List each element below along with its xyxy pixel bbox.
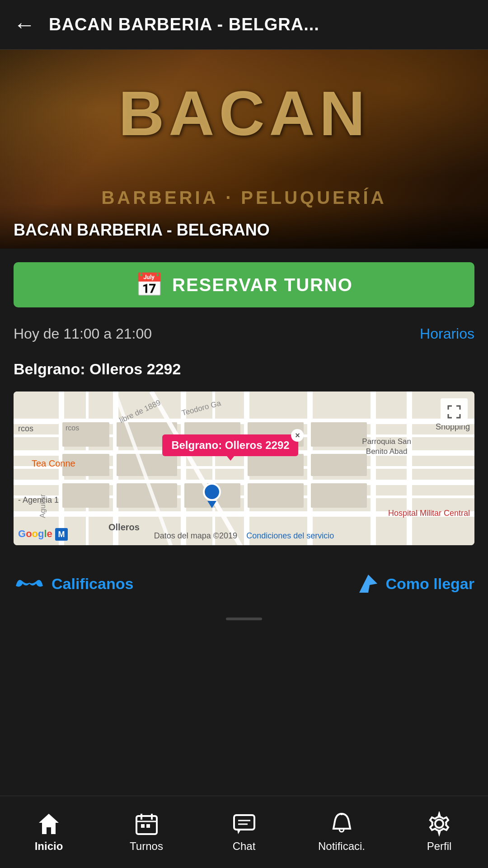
svg-rect-8 (234, 815, 254, 830)
diagonal-roads (14, 392, 474, 545)
bottom-navigation: Inicio Turnos Chat Notificaci. (0, 796, 488, 868)
map-pin-tail (207, 501, 216, 508)
nav-label-turnos: Turnos (130, 840, 163, 853)
map-label-aguilar: Aguilar (38, 494, 47, 518)
svg-marker-11 (237, 830, 241, 834)
directions-label: Como llegar (386, 575, 474, 593)
divider-bar (226, 618, 262, 620)
google-logo: Google M (18, 528, 68, 541)
header: ← BACAN BARBERIA - BELGRA... (0, 0, 488, 50)
metro-badge: M (55, 528, 68, 541)
map-expand-button[interactable] (441, 398, 468, 425)
nav-item-inicio[interactable]: Inicio (0, 811, 98, 853)
map-background: rcos libre de 1889 Teodoro Ga Tea Conne … (14, 392, 474, 545)
hours-text: Hoy de 11:00 a 21:00 (14, 326, 152, 342)
map-label-parroquia: Parroquia SanBenito Abad (362, 437, 411, 457)
map-copyright: Datos del mapa ©2019 Condiciones del ser… (154, 531, 334, 541)
copyright-text: Datos del mapa ©2019 (154, 531, 237, 540)
hero-name-big: BACAN (118, 77, 370, 150)
address-text: Belgrano: Olleros 2292 (14, 360, 474, 378)
reserve-button[interactable]: 📅 RESERVAR TURNO (14, 262, 474, 307)
action-row: Calificanos Como llegar (14, 563, 474, 613)
settings-icon (427, 811, 452, 836)
directions-icon (357, 572, 380, 595)
nav-item-notificaciones[interactable]: Notificaci. (293, 811, 390, 853)
mustache-icon (14, 575, 45, 593)
map-popup-text: Belgrano: Olleros 2292 (171, 439, 289, 451)
map-label-tea: Tea Conne (32, 458, 75, 469)
directions-action[interactable]: Como llegar (357, 572, 474, 595)
notification-icon (329, 811, 354, 836)
page-title: BACAN BARBERIA - BELGRA... (49, 15, 319, 34)
map-label-olleros-bottom: Olleros (108, 522, 140, 533)
expand-icon (447, 405, 461, 419)
map-container[interactable]: rcos libre de 1889 Teodoro Ga Tea Conne … (14, 392, 474, 545)
hero-image: BACAN BARBERIA · PELUQUERÍA BACAN BARBER… (0, 50, 488, 249)
main-content: 📅 RESERVAR TURNO Hoy de 11:00 a 21:00 Ho… (0, 262, 488, 613)
nav-label-perfil: Perfil (427, 840, 452, 853)
hours-link[interactable]: Horarios (420, 326, 474, 342)
map-pin-circle (203, 483, 221, 501)
svg-rect-6 (141, 824, 145, 828)
calendar-nav-icon (134, 811, 159, 836)
map-pin (203, 483, 221, 505)
rate-label: Calificanos (52, 575, 133, 593)
nav-item-chat[interactable]: Chat (195, 811, 293, 853)
map-label-rcos: rcos (18, 424, 33, 434)
nav-label-chat: Chat (233, 840, 256, 853)
nav-item-turnos[interactable]: Turnos (98, 811, 195, 853)
nav-label-inicio: Inicio (35, 840, 63, 853)
chat-icon (232, 811, 257, 836)
map-label-arcos: rcos (66, 424, 79, 432)
rate-action[interactable]: Calificanos (14, 575, 133, 593)
back-button[interactable]: ← (14, 12, 35, 37)
svg-marker-1 (39, 814, 59, 834)
svg-point-13 (435, 820, 443, 828)
terms-link[interactable]: Condiciones del servicio (246, 531, 334, 540)
nav-label-notificaciones: Notificaci. (318, 840, 365, 853)
nav-item-perfil[interactable]: Perfil (390, 811, 488, 853)
svg-rect-7 (146, 824, 150, 828)
reserve-label: RESERVAR TURNO (172, 275, 353, 295)
hero-caption: BACAN BARBERIA - BELGRANO (14, 221, 270, 240)
home-icon (37, 811, 61, 836)
hours-row: Hoy de 11:00 a 21:00 Horarios (14, 321, 474, 347)
divider-area (0, 613, 488, 629)
svg-marker-0 (359, 575, 377, 593)
map-popup: Belgrano: Olleros 2292 × (162, 434, 298, 456)
calendar-icon: 📅 (135, 272, 163, 298)
map-label-hospital: Hospital Militar Central (388, 509, 470, 518)
